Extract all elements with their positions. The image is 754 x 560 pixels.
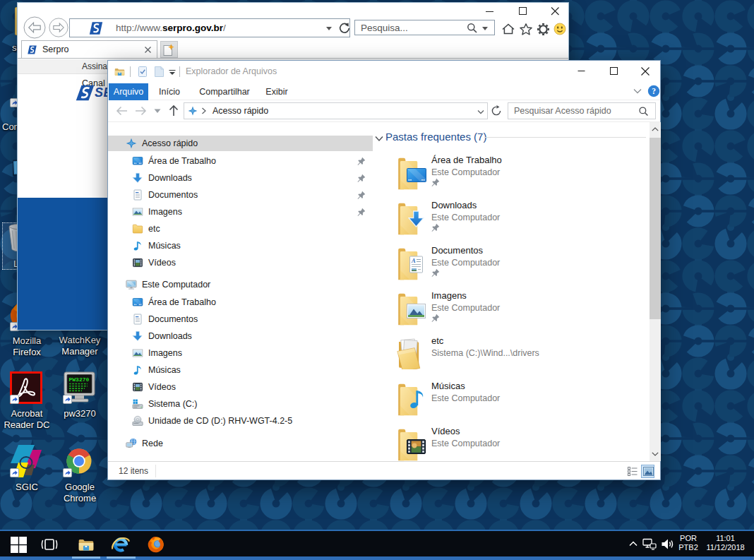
ie-address-bar[interactable]: http://www.serpro.gov.br/ — [69, 18, 350, 37]
explorer-address-bar[interactable]: Acesso rápido — [184, 102, 488, 119]
sidebar-item-cd-drive[interactable]: Unidade de CD (D:) RHV-WGT-4.2-5 — [108, 413, 373, 429]
sidebar-item-pc-downloads[interactable]: Downloads — [108, 328, 373, 344]
ie-favorites-button[interactable] — [519, 23, 534, 36]
sidebar-item-label: Downloads — [148, 331, 192, 341]
qat-dropdown-icon[interactable] — [169, 70, 176, 75]
this-pc-icon — [126, 279, 137, 290]
ie-home-button[interactable] — [501, 23, 517, 36]
explorer-minimize-button[interactable] — [565, 61, 597, 81]
refresh-icon[interactable] — [491, 105, 502, 117]
nav-back-icon[interactable] — [116, 105, 128, 117]
tile-videos[interactable]: Vídeos Este Computador — [373, 424, 641, 461]
new-folder-icon[interactable] — [154, 66, 164, 78]
nav-up-icon[interactable] — [168, 105, 179, 117]
group-collapse-icon[interactable] — [375, 136, 383, 142]
ie-settings-button[interactable] — [537, 23, 552, 36]
desktop-icon-chrome[interactable]: Google Chrome — [53, 445, 107, 504]
explorer-statusbar: 12 itens — [108, 461, 660, 479]
desktop-icon-pw3270[interactable]: pw3270 — [53, 371, 107, 419]
search-icon[interactable] — [467, 23, 478, 34]
explorer-search-box[interactable]: Pesquisar Acesso rápido — [508, 102, 656, 119]
view-details-button[interactable] — [627, 465, 639, 477]
task-view-button[interactable] — [35, 532, 64, 556]
tray-language[interactable]: POR PTB2 — [675, 534, 702, 552]
scroll-thumb[interactable] — [650, 138, 661, 319]
tile-etc[interactable]: etc Sistema (C:)\Wind...\drivers — [373, 334, 641, 371]
ribbon-tab-share[interactable]: Compartilhar — [194, 83, 255, 100]
ie-tab-serpro[interactable]: Serpro — [21, 40, 157, 58]
tab-close-icon[interactable] — [144, 46, 152, 54]
taskbar-firefox-button[interactable] — [142, 532, 170, 557]
desktop-icon-acrobat[interactable]: Acrobat Reader DC — [0, 371, 54, 431]
sidebar-item-system-c[interactable]: Sistema (C:) — [108, 396, 373, 412]
help-icon: ? — [647, 85, 660, 97]
view-thumbnails-button[interactable] — [641, 465, 654, 478]
explorer-close-button[interactable] — [630, 61, 660, 81]
ribbon-tab-home[interactable]: Início — [153, 83, 186, 100]
sidebar-item-desktop[interactable]: Área de Trabalho — [108, 153, 373, 169]
document-overlay-icon — [409, 256, 423, 273]
sidebar-item-videos[interactable]: Vídeos — [108, 255, 373, 270]
tile-downloads[interactable]: Downloads Este Computador — [373, 198, 641, 235]
sidebar-item-downloads[interactable]: Downloads — [108, 170, 373, 186]
volume-icon[interactable] — [661, 537, 675, 551]
pictures-icon — [132, 347, 143, 359]
quick-access-explorer-icon[interactable] — [114, 66, 126, 78]
scrollbar[interactable] — [650, 122, 661, 461]
folder-icon — [132, 223, 143, 234]
taskbar-explorer-button[interactable] — [72, 532, 100, 556]
sidebar-item-pc-videos[interactable]: Vídeos — [108, 379, 373, 395]
explorer-maximize-button[interactable] — [597, 61, 630, 81]
tile-documents[interactable]: Documentos Este Computador — [373, 244, 641, 280]
properties-icon[interactable] — [137, 66, 148, 78]
tile-location: Este Computador — [431, 393, 500, 403]
sidebar-item-pc-desktop[interactable]: Área de Trabalho — [108, 294, 373, 310]
desktop-icon-sgic[interactable]: SGIC — [0, 445, 54, 493]
sidebar-item-etc[interactable]: etc — [108, 221, 373, 237]
ie-search-box[interactable]: Pesquisa... — [354, 20, 495, 35]
ie-new-tab-button[interactable] — [160, 41, 178, 58]
ribbon-expand-icon[interactable] — [633, 88, 642, 94]
ie-forward-button[interactable] — [49, 18, 68, 37]
ie-back-button[interactable] — [23, 16, 46, 39]
address-dropdown-icon[interactable] — [477, 109, 484, 114]
group-header[interactable]: Pastas frequentes (7) — [385, 131, 486, 143]
search-dropdown-icon[interactable] — [482, 27, 489, 31]
sidebar-item-pc-documents[interactable]: Documentos — [108, 311, 373, 327]
refresh-icon[interactable] — [338, 22, 351, 35]
sidebar-item-this-pc[interactable]: Este Computador — [108, 277, 373, 292]
sidebar-item-network[interactable]: Rede — [108, 436, 373, 451]
desktop-icon-label: pw3270 — [53, 408, 107, 419]
ie-maximize-button[interactable] — [506, 3, 539, 18]
search-icon[interactable] — [638, 106, 649, 117]
sidebar-item-quick-access[interactable]: Acesso rápido — [108, 136, 373, 151]
sidebar-item-documents[interactable]: Documentos — [108, 187, 373, 203]
search-placeholder: Pesquisar Acesso rápido — [514, 106, 611, 116]
sidebar-item-pc-pictures[interactable]: Imagens — [108, 345, 373, 361]
ie-feedback-button[interactable] — [553, 23, 569, 36]
ie-minimize-button[interactable] — [473, 3, 506, 18]
help-button[interactable]: ? — [647, 85, 660, 97]
tray-clock[interactable]: 11:01 11/12/2018 — [702, 534, 749, 552]
sidebar-item-pictures[interactable]: Imagens — [108, 204, 373, 220]
nav-forward-icon[interactable] — [135, 105, 147, 117]
music-icon — [132, 364, 143, 376]
start-button[interactable] — [4, 532, 32, 556]
scroll-down-icon[interactable] — [652, 452, 659, 456]
nav-history-dropdown-icon[interactable] — [154, 109, 161, 114]
ribbon-tab-view[interactable]: Exibir — [260, 83, 294, 100]
breadcrumb-chevron-icon[interactable] — [201, 107, 206, 114]
tile-pictures[interactable]: Imagens Este Computador — [373, 289, 641, 326]
ribbon-tab-file[interactable]: Arquivo — [109, 83, 148, 100]
tray-chevron-icon[interactable] — [628, 540, 638, 547]
tile-desktop[interactable]: Área de Trabalho Este Computador — [373, 153, 641, 190]
window-title: Explorador de Arquivos — [186, 66, 277, 76]
taskbar-ie-button[interactable] — [107, 532, 135, 557]
network-icon[interactable] — [642, 538, 657, 550]
address-dropdown-icon[interactable] — [326, 27, 333, 31]
sidebar-item-pc-music[interactable]: Músicas — [108, 362, 373, 378]
sidebar-item-music[interactable]: Músicas — [108, 238, 373, 254]
tile-music[interactable]: Músicas Este Computador — [373, 379, 641, 416]
ie-close-button[interactable] — [539, 3, 570, 18]
scroll-up-icon[interactable] — [652, 127, 659, 131]
